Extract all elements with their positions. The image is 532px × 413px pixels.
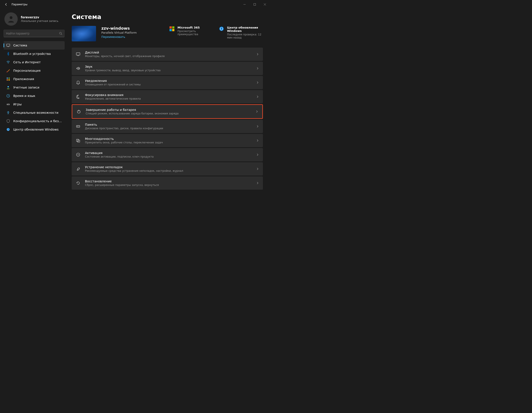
bluetooth-icon — [6, 52, 10, 56]
setting-row-power[interactable]: Завершение работы и батарея Спящий режим… — [72, 104, 263, 119]
recover-icon — [76, 181, 81, 185]
chevron-right-icon — [256, 53, 259, 56]
chevron-right-icon — [256, 168, 259, 170]
setting-row-bell[interactable]: Уведомления Оповещения от приложений и с… — [72, 76, 263, 89]
game-icon — [6, 102, 10, 106]
setting-row-recover[interactable]: Восстановление Сброс, расширенные параме… — [72, 176, 263, 190]
setting-row-sound[interactable]: Звук Уровни громкости, вывод, ввод, звук… — [72, 62, 263, 75]
svg-rect-12 — [9, 79, 10, 81]
minimize-button[interactable] — [239, 1, 250, 8]
search-input[interactable] — [6, 32, 59, 35]
setting-subtitle: Сброс, расширенные параметры запуска, ве… — [85, 183, 252, 187]
nav-item-wifi[interactable]: Сеть и Интернет — [4, 58, 65, 67]
nav-item-person[interactable]: Учетные записи — [4, 83, 65, 92]
nav-item-bluetooth[interactable]: Bluetooth и устройства — [4, 49, 65, 58]
chevron-right-icon — [256, 96, 259, 98]
person-icon — [6, 86, 10, 89]
setting-subtitle: Оповещения от приложений и системы — [85, 83, 252, 86]
svg-rect-8 — [7, 72, 8, 72]
apps-icon — [6, 77, 10, 81]
setting-row-moon[interactable]: Фокусировка внимания Уведомления, автома… — [72, 90, 263, 103]
setting-subtitle: Спящий режим, использование заряда батар… — [86, 112, 251, 115]
nav-item-label: Приложения — [13, 77, 34, 81]
chevron-right-icon — [256, 110, 258, 113]
nav-list: СистемаBluetooth и устройстваСеть и Инте… — [4, 41, 65, 134]
setting-title: Восстановление — [85, 180, 252, 183]
clock-icon — [6, 94, 10, 98]
nav-item-game[interactable]: Игры — [4, 100, 65, 108]
moon-icon — [76, 94, 81, 99]
windows-update-card[interactable]: Центр обновления Windows Последняя прове… — [219, 26, 263, 39]
svg-rect-11 — [7, 79, 8, 81]
nav-item-accessibility[interactable]: Специальные возможности — [4, 108, 65, 117]
svg-line-4 — [61, 34, 62, 35]
ms365-sub: Просмотреть преимущества — [178, 30, 213, 36]
setting-title: Дисплей — [85, 51, 252, 54]
nav-item-label: Bluetooth и устройства — [13, 52, 51, 56]
setting-subtitle: Прикрепить окна, рабочие столы, переключ… — [85, 141, 252, 144]
setting-subtitle: Дисковое пространство, диски, правила ко… — [85, 127, 252, 130]
svg-point-7 — [8, 63, 9, 64]
sound-icon — [76, 66, 81, 71]
svg-point-2 — [10, 16, 13, 19]
setting-row-key[interactable]: Активация Состояние активации, подписки,… — [72, 148, 263, 161]
setting-row-display[interactable]: Дисплей Мониторы, яркость, ночной свет, … — [72, 48, 263, 61]
maximize-button[interactable] — [250, 1, 260, 8]
chevron-right-icon — [256, 153, 259, 156]
chevron-right-icon — [256, 182, 259, 184]
avatar — [4, 12, 18, 26]
search-box[interactable] — [4, 30, 65, 37]
window-title: Параметры — [11, 3, 28, 6]
nav-item-label: Время и язык — [13, 94, 35, 98]
titlebar: Параметры — [0, 0, 272, 9]
ms365-title: Microsoft 365 — [178, 26, 213, 29]
profile-block[interactable]: foreverzzv Локальная учетная запись — [4, 11, 65, 30]
back-button[interactable] — [2, 0, 11, 9]
nav-item-label: Центр обновления Windows — [13, 128, 58, 131]
svg-rect-1 — [254, 4, 256, 6]
display-icon — [6, 43, 10, 47]
setting-title: Завершение работы и батарея — [86, 108, 251, 112]
chevron-right-icon — [256, 81, 259, 84]
svg-rect-21 — [76, 53, 80, 55]
nav-item-label: Конфиденциальность и безопасность — [13, 119, 62, 123]
nav-item-label: Специальные возможности — [13, 111, 58, 115]
setting-row-storage[interactable]: Память Дисковое пространство, диски, пра… — [72, 120, 263, 133]
chevron-right-icon — [256, 125, 259, 128]
shield-icon — [6, 119, 10, 123]
setting-row-wrench[interactable]: Устранение неполадок Рекомендуемые средс… — [72, 162, 263, 175]
nav-item-label: Персонализация — [13, 69, 40, 72]
svg-rect-10 — [9, 77, 10, 78]
close-button[interactable] — [260, 1, 270, 8]
setting-subtitle: Состояние активации, подписки, ключ прод… — [85, 155, 252, 158]
brush-icon — [6, 69, 10, 73]
setting-title: Многозадачность — [85, 137, 252, 141]
window-controls — [239, 1, 270, 8]
svg-rect-9 — [7, 77, 8, 78]
setting-title: Устранение неполадок — [85, 165, 252, 169]
nav-item-clock[interactable]: Время и язык — [4, 92, 65, 100]
bell-icon — [76, 80, 81, 85]
search-icon — [59, 32, 62, 35]
nav-item-apps[interactable]: Приложения — [4, 75, 65, 83]
device-name: zzv-windows — [101, 26, 137, 30]
nav-item-display[interactable]: Система — [4, 41, 65, 49]
nav-item-label: Система — [13, 44, 27, 47]
chevron-right-icon — [256, 139, 259, 142]
wrench-icon — [76, 166, 81, 171]
nav-item-shield[interactable]: Конфиденциальность и безопасность — [4, 117, 65, 125]
nav-item-update[interactable]: Центр обновления Windows — [4, 125, 65, 134]
setting-row-multitask[interactable]: Многозадачность Прикрепить окна, рабочие… — [72, 134, 263, 147]
chevron-right-icon — [256, 67, 259, 70]
ms365-card[interactable]: Microsoft 365 Просмотреть преимущества — [169, 26, 213, 36]
accessibility-icon — [6, 111, 10, 115]
device-thumbnail[interactable] — [72, 26, 96, 41]
content-area: Система zzv-windows Parallels Virtual Pl… — [66, 9, 272, 211]
setting-subtitle: Уведомления, автоматические правила — [85, 97, 252, 100]
device-info-row: zzv-windows Parallels Virtual Platform П… — [72, 26, 263, 41]
setting-title: Звук — [85, 65, 252, 68]
device-rename-link[interactable]: Переименовать — [101, 35, 137, 38]
nav-item-label: Учетные записи — [13, 86, 39, 89]
nav-item-brush[interactable]: Персонализация — [4, 67, 65, 75]
setting-subtitle: Рекомендуемые средства устранения непола… — [85, 169, 252, 173]
